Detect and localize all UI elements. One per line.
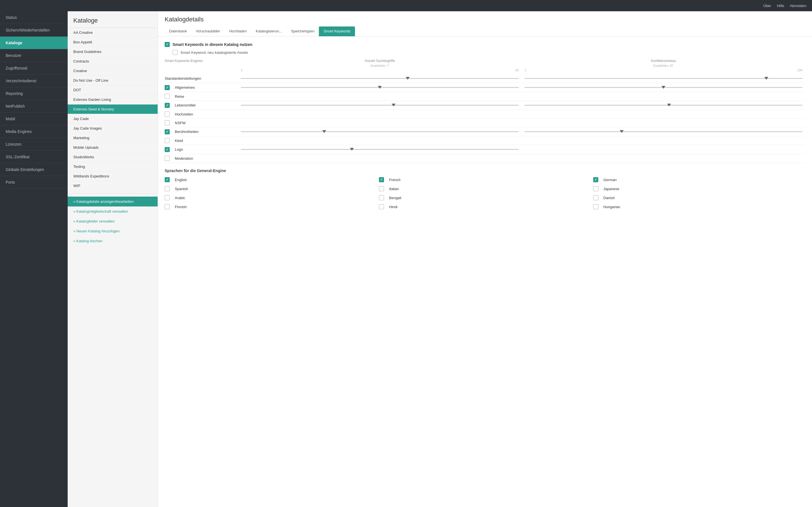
languages-section-label: Sprachen für die General-Engine xyxy=(165,168,805,173)
engine-checkbox-kleid[interactable] xyxy=(165,138,170,143)
topbar: Über Hilfe Abmelden xyxy=(0,0,812,11)
sidebar-item-media-engines[interactable]: Media Engines xyxy=(0,125,68,138)
engine-checkbox-hochzeiten[interactable] xyxy=(165,112,170,117)
tab-vorschaubilder[interactable]: Vorschaubilder xyxy=(192,26,225,36)
recommended-confidence: Empfohlen: 87 xyxy=(522,64,805,67)
sidebar-item-benutzer[interactable]: Benutzer xyxy=(0,49,68,62)
engine-checkbox-berühmtheiten[interactable] xyxy=(165,129,170,134)
engine-checkbox-reise[interactable] xyxy=(165,94,170,99)
engine-text-allgemeines: Allgemeines xyxy=(175,86,195,90)
catalog-item-creative[interactable]: Creative xyxy=(68,66,158,76)
tab-datenbank[interactable]: Datenbank xyxy=(165,26,192,36)
lang-label-hindi: Hindi xyxy=(389,205,398,209)
tab-katalogisierun...[interactable]: Katalogisierun... xyxy=(251,26,287,36)
lang-checkbox-arabic[interactable] xyxy=(165,195,170,200)
sidebar-item-kataloge[interactable]: Kataloge xyxy=(0,37,68,49)
catalog-item-marketing[interactable]: Marketing xyxy=(68,133,158,143)
hilfe-link[interactable]: Hilfe xyxy=(777,4,784,8)
catalog-item-brand-guidelines[interactable]: Brand Guidelines xyxy=(68,47,158,57)
sub-smart-keyword-checkbox[interactable] xyxy=(172,50,177,55)
catalog-item-dot[interactable]: DOT xyxy=(68,86,158,95)
sidebar-item-lizenzen[interactable]: Lizenzen xyxy=(0,138,68,151)
catalog-item-studiowerks[interactable]: StudioWerks xyxy=(68,152,158,162)
catalog-item-wildlands-expeditions[interactable]: Wildlands Expeditions xyxy=(68,172,158,181)
sidebar-item-mobil[interactable]: Mobil xyxy=(0,113,68,125)
count-min: 1 xyxy=(241,68,243,72)
engine-rows: AllgemeinesReiseLebensmittelHochzeitenNS… xyxy=(165,83,805,163)
lang-checkbox-english[interactable] xyxy=(165,177,170,182)
count-slider-logo[interactable] xyxy=(238,147,522,152)
detail-title: Katalogdetails xyxy=(165,16,805,23)
main-smart-keyword-checkbox[interactable] xyxy=(165,42,170,47)
catalog-item-do-not-use---off-line[interactable]: Do Not Use - Off Line xyxy=(68,76,158,86)
sidebar-item-netpublish[interactable]: NetPublish xyxy=(0,100,68,113)
lang-checkbox-hungarian[interactable] xyxy=(593,204,598,209)
default-conf-slider[interactable] xyxy=(522,76,805,81)
catalog-item-aa-creative[interactable]: AA Creative xyxy=(68,28,158,38)
catalog-item-testing[interactable]: Testing xyxy=(68,162,158,172)
lang-checkbox-french[interactable] xyxy=(379,177,384,182)
engine-label-logo: Logo xyxy=(165,147,238,152)
engine-checkbox-nsfw[interactable] xyxy=(165,120,170,125)
sidebar-item-sichern/wiederherstellen[interactable]: Sichern/Wiederherstellen xyxy=(0,24,68,37)
lang-row-arabic: Arabic xyxy=(165,194,377,201)
detail-header: Katalogdetails DatenbankVorschaubilderHo… xyxy=(158,11,812,36)
catalog-action---katalog-l-schen[interactable]: » Katalog löschen xyxy=(68,236,158,246)
engine-checkbox-lebensmittel[interactable] xyxy=(165,103,170,108)
catalog-action---katalogdetails-anzeigen-bearbeiten[interactable]: » Katalogdetails anzeigen/bearbeiten xyxy=(68,196,158,207)
recommended-count: Empfohlen: 7 xyxy=(238,64,522,67)
engine-checkbox-moderation[interactable] xyxy=(165,156,170,161)
main-smart-keyword-label: Smart Keywords in diesem Katalog nutzen xyxy=(172,42,252,47)
conf-slider-lebensmittel[interactable] xyxy=(522,103,805,108)
engine-label-hochzeiten: Hochzeiten xyxy=(165,112,238,117)
catalog-item-mobile-uploads[interactable]: Mobile Uploads xyxy=(68,143,158,152)
catalog-item-jay-cade[interactable]: Jay Cade xyxy=(68,114,158,124)
conf-slider-berühmtheiten[interactable] xyxy=(522,129,805,134)
lang-checkbox-danish[interactable] xyxy=(593,195,598,200)
lang-checkbox-italian[interactable] xyxy=(379,186,384,191)
sidebar-item-ports[interactable]: Ports xyxy=(0,176,68,189)
sidebar: StatusSichern/WiederherstellenKatalogeBe… xyxy=(0,11,68,507)
count-slider-lebensmittel[interactable] xyxy=(238,103,522,108)
lang-checkbox-finnish[interactable] xyxy=(165,204,170,209)
sidebar-item-ssl-zertifikat[interactable]: SSL-Zertifikat xyxy=(0,151,68,163)
abmelden-link[interactable]: Abmelden xyxy=(790,4,806,8)
tab-smart-keywords[interactable]: Smart Keywords xyxy=(319,26,355,36)
lang-checkbox-spanish[interactable] xyxy=(165,186,170,191)
default-engine-label: Standardeinstellungen xyxy=(165,76,238,80)
catalog-action---katalogfelder-verwalten[interactable]: » Katalogfelder verwalten xyxy=(68,216,158,226)
engines-table-header: Smart Keywords-Engines Anzahl Suchbegrif… xyxy=(165,59,805,63)
catalog-action---katalogmitgliedschaft-verwalten[interactable]: » Katalogmitgliedschaft verwalten xyxy=(68,207,158,216)
catalog-item-extensis-garden-living[interactable]: Extensis Garden Living xyxy=(68,95,158,105)
catalog-action---neuen-katalog-hinzuf-gen[interactable]: » Neuen Katalog hinzufügen xyxy=(68,226,158,236)
engines-sub-header: Empfohlen: 7 Empfohlen: 87 xyxy=(165,64,805,67)
languages-section: Sprachen für die General-Engine EnglishF… xyxy=(165,168,805,210)
lang-checkbox-hindi[interactable] xyxy=(379,204,384,209)
catalog-item-contracts[interactable]: Contracts xyxy=(68,57,158,66)
lang-row-bengali: Bengali xyxy=(379,194,591,201)
conf-slider-allgemeines[interactable] xyxy=(522,85,805,90)
count-slider-allgemeines[interactable] xyxy=(238,85,522,90)
sidebar-item-status[interactable]: Status xyxy=(0,11,68,24)
sidebar-item-globale-einstellungen[interactable]: Globale Einstellungen xyxy=(0,163,68,176)
count-slider-berühmtheiten[interactable] xyxy=(238,129,522,134)
catalog-item-bon-appetit[interactable]: Bon Appetit xyxy=(68,38,158,47)
tab-speichertypen[interactable]: Speichertypen xyxy=(287,26,319,36)
sidebar-item-reporting[interactable]: Reporting xyxy=(0,87,68,100)
engines-range-header: 1 20 1 100 xyxy=(165,68,805,72)
catalog-item-extensis-seed-&-nursery[interactable]: Extensis Seed & Nursery xyxy=(68,105,158,114)
sidebar-item-zugriffsmodi[interactable]: Zugriffsmodi xyxy=(0,62,68,75)
default-count-slider[interactable] xyxy=(238,76,522,81)
sidebar-item-verzeichnisdienst[interactable]: Verzeichnisdienst xyxy=(0,75,68,87)
lang-checkbox-bengali[interactable] xyxy=(379,195,384,200)
engine-text-berühmtheiten: Berühmtheiten xyxy=(175,129,199,134)
languages-grid: EnglishFrenchGermanSpanishItalianJapanes… xyxy=(165,176,805,210)
engine-checkbox-logo[interactable] xyxy=(165,147,170,152)
catalog-item-jay-cade-images[interactable]: Jay Cade Images xyxy=(68,124,158,133)
catalog-item-wip[interactable]: WIP xyxy=(68,181,158,191)
uber-link[interactable]: Über xyxy=(763,4,771,8)
engine-checkbox-allgemeines[interactable] xyxy=(165,85,170,90)
tab-hochladen[interactable]: Hochladen xyxy=(225,26,251,36)
lang-checkbox-japanese[interactable] xyxy=(593,186,598,191)
lang-checkbox-german[interactable] xyxy=(593,177,598,182)
